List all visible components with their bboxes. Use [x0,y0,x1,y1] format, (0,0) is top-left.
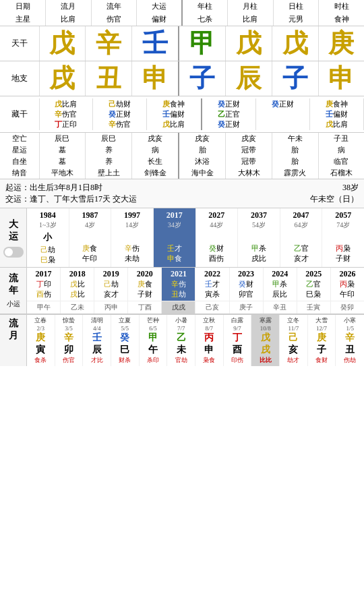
wukong-text: 午未空（日） [310,194,359,205]
star-shi: 食神 [319,13,365,26]
zz-liunian: 养 [86,156,132,167]
dz-dayun: 申 [131,61,179,96]
ny-liuyue: 平地木 [39,167,86,179]
dz-liuyue-char: 戌 [49,64,75,92]
ln-2024: 2024 甲杀 辰比 [264,268,297,301]
liuyue-section: 流 月 立春 2/3 庚 寅 食杀 惊蛰 3/5 辛 卯 伤官 清明 4/4 壬… [0,314,364,366]
xy-nian: 胎 [179,144,226,156]
header-dayun-label: 大运 [137,0,183,13]
dayun-col-2057: 2057 74岁 丙枭 子财 [322,208,364,267]
ly-4: 立夏 5/5 癸 巳 财杀 [111,315,140,366]
header-nian-label: 年柱 [182,0,228,13]
ny-yue: 大林木 [226,167,272,179]
nayin-label: 纳音 [0,167,39,179]
header-shi-label: 时柱 [319,0,365,13]
header-section: 日期 流月 流年 大运 年柱 月柱 日柱 时柱 主星 比肩 伤官 偏财 七杀 比… [0,0,364,26]
dayun-col-2027: 2027 44岁 癸财 酉伤 [196,208,239,267]
dz-dayun-char: 申 [142,64,168,92]
dayun-col-1984: 1984 1~3岁 小 己劫 巳枭 [27,208,69,267]
xy-dayun: 病 [131,144,179,156]
liuyue-label: 流 月 [0,315,27,366]
dz-ri: 子 [272,61,318,96]
ny-dayun: 剑锋金 [131,167,179,179]
ln-2018: 2018 戊比 戌比 [61,268,94,301]
liunian-cols: 2017 丁印 酉伤 2018 戊比 戌比 2019 己劫 亥才 2020 庚食… [27,268,364,314]
liunian-section: 流 年 小运 2017 丁印 酉伤 2018 戊比 戌比 2019 己劫 亥才 … [0,268,364,314]
star-ri: 元男 [273,13,319,26]
star-liunian: 伤官 [91,13,137,26]
ln-2019-sub: 丙申 [94,301,128,314]
tg-liuyue-char: 戊 [49,29,75,57]
ln-2022: 2022 壬才 寅杀 [195,268,229,301]
dayun-col-1987: 1987 4岁 庚食 午印 [69,208,112,267]
xy-shi: 病 [318,144,364,156]
kw-liunian: 辰巳 [86,133,132,144]
xy-ri: 胎 [272,144,319,156]
star-yue: 比肩 [228,13,274,26]
header-ri-label: 日柱 [273,0,319,13]
dz-nian-char: 子 [189,64,215,92]
ly-11: 大雪 12/7 庚 子 食财 [308,315,336,366]
tg-shi: 庚 [318,26,364,61]
canggan-section: 藏干 戊比肩 辛伤官 丁正印 己劫财 癸正财 辛伤官 庚食神 壬偏财 戊比肩 癸… [0,96,364,133]
xy-liunian: 养 [86,144,132,156]
zz-nian: 沐浴 [179,156,226,167]
ln-2018-sub: 乙未 [61,301,94,314]
dayun-cols-container: 1984 1~3岁 小 己劫 巳枭 1987 4岁 庚食 午印 [27,208,364,267]
dizhi-section: 地支 戌 丑 申 子 辰 子 申 [0,61,364,96]
tg-liunian-char: 辛 [96,29,121,57]
tg-yue: 戊 [226,26,272,61]
xy-liuyue: 墓 [39,144,86,156]
ny-liunian: 壁上土 [86,167,132,179]
tg-dayun-char: 壬 [142,29,168,57]
ly-8: 白露 9/7 丁 酉 印伤 [224,315,252,366]
ny-shi: 石榴木 [318,167,364,179]
kw-nian: 戌亥 [179,133,226,144]
ln-2026-sub: 癸卯 [331,301,364,314]
cg-yue: 癸正财 [256,98,310,130]
dz-liunian-char: 丑 [96,64,121,92]
ln-2021-sub: 戊戌 [162,301,195,314]
zz-shi: 临官 [318,156,364,167]
cg-nian: 癸正财 乙正官 癸正财 [202,98,256,130]
ly-12: 小寒 1/5 辛 丑 伤劫 [336,315,364,366]
xingyun-label: 星运 [0,144,39,156]
ln-2017: 2017 丁印 酉伤 [27,268,61,301]
ly-2: 惊蛰 3/5 辛 卯 伤官 [55,315,84,366]
cg-ri: 庚食神 壬偏财 戊比肩 [310,98,364,130]
liuyue-grid: 立春 2/3 庚 寅 食杀 惊蛰 3/5 辛 卯 伤官 清明 4/4 壬 辰 才… [27,315,364,366]
kw-ri: 午未 [272,133,319,144]
cg-dayun: 庚食神 壬偏财 戊比肩 [147,98,202,130]
dayun-label: 大 运 [0,208,27,267]
zizuo-label: 自坐 [0,156,39,167]
tg-nian-char: 甲 [189,29,215,57]
tg-dayun: 壬 [131,26,179,61]
header-liuyue-label: 流月 [46,0,92,13]
zz-liuyue: 墓 [39,156,86,167]
dayun-toggle[interactable] [3,247,24,258]
tg-liuyue: 戊 [39,26,86,61]
liunian-label: 流 年 小运 [0,268,27,314]
dayun-col-1997: 1997 14岁 辛伤 未劫 [111,208,154,267]
kw-dayun: 戌亥 [131,133,179,144]
header-yue-label: 月柱 [228,0,274,13]
ln-2025-sub: 壬寅 [297,301,331,314]
ln-2017-sub: 甲午 [27,301,61,314]
dz-ri-char: 子 [282,64,308,92]
tiangan-label: 天干 [0,26,39,61]
cg-liunian: 己劫财 癸正财 辛伤官 [93,98,147,130]
dz-liuyue: 戌 [39,61,86,96]
ly-9: 寒露 10/8 戊 戌 比比 [251,315,280,366]
dz-shi-char: 申 [328,64,354,92]
zz-dayun: 长生 [131,156,179,167]
tg-ri-char: 戊 [282,29,308,57]
star-dayun: 偏财 [137,13,183,26]
ln-2019: 2019 己劫 亥才 [94,268,128,301]
ln-2020-sub: 丁酉 [128,301,162,314]
qiyun-age: 38岁 [342,182,359,194]
xy-yue: 冠带 [226,144,272,156]
tg-nian: 甲 [179,26,226,61]
qiyun-row: 起运：出生后3年8月1日8时 38岁 [5,182,359,194]
ly-10: 立冬 11/7 己 亥 劫才 [280,315,308,366]
jiaoyun-text: 交运：逢丁、丁年大雪后17天 交大运 [5,194,137,205]
